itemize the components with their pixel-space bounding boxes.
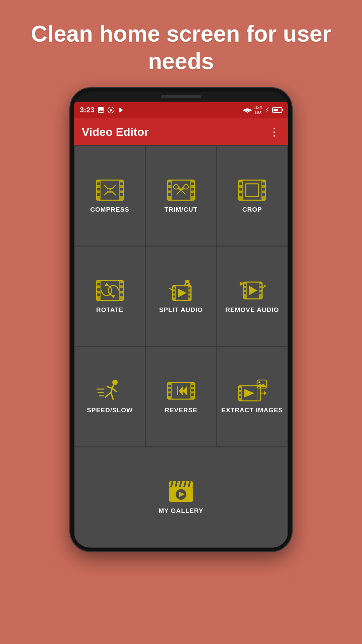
svg-rect-62 — [173, 296, 175, 298]
compress-button[interactable]: COMPRESS — [75, 146, 145, 246]
remove-audio-label: REMOVE AUDIO — [225, 306, 279, 314]
svg-rect-26 — [168, 193, 171, 196]
trim-cut-button[interactable]: TRIM/CUT — [146, 146, 216, 246]
status-left: 3:23 P — [80, 106, 125, 114]
play-icon — [117, 106, 125, 114]
svg-marker-106 — [179, 386, 183, 395]
svg-rect-79 — [259, 284, 261, 286]
svg-text:P: P — [110, 108, 112, 112]
svg-rect-50 — [97, 288, 100, 291]
svg-rect-39 — [239, 182, 242, 185]
svg-rect-102 — [191, 385, 194, 387]
svg-rect-113 — [239, 396, 241, 398]
svg-rect-11 — [120, 188, 123, 191]
svg-line-92 — [112, 388, 117, 392]
svg-marker-3 — [265, 107, 269, 113]
photo-icon — [97, 106, 105, 114]
svg-rect-104 — [191, 393, 194, 396]
crop-label: CROP — [242, 206, 262, 214]
svg-line-34 — [178, 186, 185, 195]
extract-images-label: EXTRACT IMAGES — [221, 407, 283, 414]
svg-rect-41 — [239, 193, 242, 196]
svg-rect-12 — [120, 193, 123, 196]
svg-rect-112 — [239, 392, 241, 394]
svg-rect-78 — [244, 292, 246, 294]
speaker-notch — [161, 95, 201, 98]
svg-rect-44 — [262, 193, 265, 196]
split-audio-label: SPLIT AUDIO — [159, 306, 203, 314]
svg-rect-53 — [120, 288, 123, 291]
extract-images-icon — [237, 379, 267, 402]
phone-wrapper: 3:23 P 334B/s Video Editor ⋮ — [70, 88, 292, 551]
svg-rect-28 — [191, 188, 194, 191]
app-title: Video Editor — [82, 125, 149, 139]
my-gallery-button[interactable]: MY GALLERY — [75, 447, 287, 547]
svg-rect-77 — [244, 288, 246, 290]
svg-rect-51 — [97, 293, 100, 296]
svg-marker-121 — [264, 391, 267, 395]
data-speed: 334B/s — [254, 105, 262, 115]
grid-row-1: COMPRESS — [75, 146, 287, 246]
rotate-button[interactable]: ROTATE — [75, 247, 145, 346]
svg-marker-56 — [111, 295, 116, 298]
svg-rect-52 — [120, 283, 123, 285]
svg-rect-61 — [173, 291, 175, 293]
status-right: 334B/s — [243, 105, 282, 115]
svg-marker-66 — [178, 289, 187, 297]
svg-rect-65 — [188, 296, 190, 298]
svg-line-17 — [104, 191, 108, 195]
speed-label: SPEED/SLOW — [87, 407, 133, 414]
crop-icon — [237, 178, 267, 202]
svg-point-70 — [187, 283, 190, 285]
phone-top-bar — [74, 92, 288, 102]
gallery-label: MY GALLERY — [159, 507, 203, 515]
svg-rect-45 — [246, 184, 258, 197]
reverse-button[interactable]: REVERSE — [146, 347, 216, 446]
svg-line-15 — [112, 185, 116, 189]
time-display: 3:23 — [80, 106, 95, 114]
hero-title: Clean home screen for user needs — [31, 21, 331, 74]
trim-icon — [166, 178, 196, 202]
reverse-label: REVERSE — [165, 407, 197, 414]
grid-row-2: ROTATE — [75, 247, 287, 346]
svg-rect-43 — [262, 188, 265, 191]
crop-button[interactable]: CROP — [217, 146, 287, 246]
battery-icon — [272, 107, 282, 113]
status-bar: 3:23 P 334B/s — [74, 102, 288, 118]
svg-rect-115 — [258, 392, 260, 394]
grid-row-3: SPEED/SLOW — [75, 347, 287, 446]
svg-line-35 — [177, 186, 184, 195]
svg-rect-116 — [258, 396, 260, 398]
svg-rect-63 — [188, 287, 190, 289]
svg-rect-8 — [97, 188, 100, 191]
svg-line-19 — [112, 191, 116, 195]
gallery-icon — [166, 480, 196, 503]
svg-rect-80 — [259, 288, 261, 290]
split-audio-button[interactable]: SPLIT AUDIO — [146, 247, 216, 346]
trim-label: TRIM/CUT — [165, 206, 198, 214]
svg-rect-9 — [97, 193, 100, 196]
compress-icon — [95, 178, 125, 202]
hero-section: Clean home screen for user needs — [0, 0, 362, 88]
svg-point-87 — [112, 380, 118, 385]
svg-rect-10 — [120, 182, 123, 185]
app-bar: Video Editor ⋮ — [74, 118, 288, 145]
svg-marker-2 — [119, 107, 123, 113]
svg-rect-54 — [120, 293, 123, 296]
svg-line-13 — [104, 185, 108, 189]
svg-rect-42 — [262, 182, 265, 185]
svg-rect-99 — [168, 385, 171, 387]
more-menu-button[interactable]: ⋮ — [269, 125, 280, 138]
svg-line-91 — [107, 386, 112, 388]
speed-slow-button[interactable]: SPEED/SLOW — [75, 347, 145, 446]
svg-rect-25 — [168, 188, 171, 191]
extract-images-button[interactable]: EXTRACT IMAGES — [217, 347, 287, 446]
svg-point-68 — [183, 284, 186, 286]
grid-row-4: MY GALLERY — [75, 447, 287, 547]
svg-rect-103 — [191, 389, 194, 391]
remove-audio-button[interactable]: REMOVE AUDIO — [217, 247, 287, 346]
speed-icon — [95, 379, 125, 402]
svg-rect-24 — [168, 182, 171, 185]
rotate-label: ROTATE — [96, 306, 123, 314]
svg-marker-117 — [244, 389, 254, 397]
